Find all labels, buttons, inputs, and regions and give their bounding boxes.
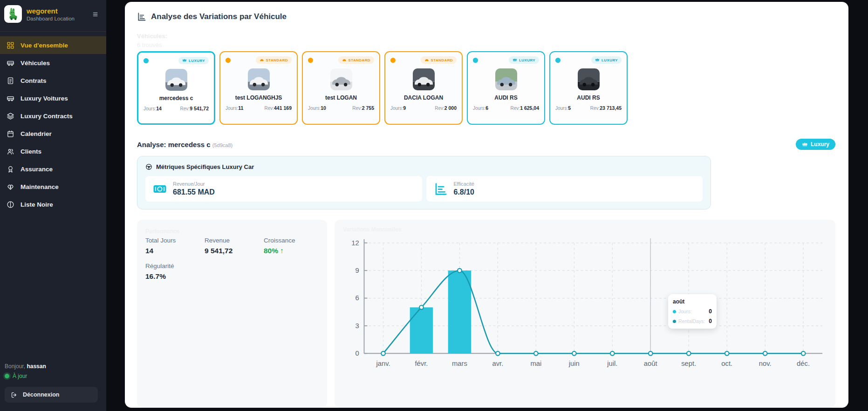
sidebar-item-v-hicules[interactable]: Véhicules xyxy=(0,54,106,72)
brand-name: wegorent xyxy=(27,7,85,15)
vehicle-card[interactable]: LUXURY AUDI RS Jours:6 Rev:1 625,04 xyxy=(467,51,545,125)
sidebar-item-label: Luxury Contracts xyxy=(21,113,73,120)
chart-point xyxy=(419,305,424,310)
chart-point xyxy=(649,351,653,356)
sidebar-footer: Bonjour, hassan À jour Déconnexion xyxy=(0,357,106,411)
sidebar: wegorent Dashboard Location ≡ Vue d'ense… xyxy=(0,0,106,411)
vehicle-photo xyxy=(165,69,187,91)
vehicle-name: DACIA LOGAN xyxy=(390,94,457,101)
award-icon xyxy=(7,165,14,173)
svg-text:9: 9 xyxy=(355,267,359,274)
vehicle-card[interactable]: STANDARD test LOGAN Jours:10 Rev:2 755 xyxy=(302,51,380,125)
sidebar-item-assurance[interactable]: Assurance xyxy=(0,160,106,178)
vehicle-card[interactable]: LUXURY mercedess c Jours:14 Rev:9 541,72 xyxy=(137,51,215,125)
performance-stat: Revenue9 541,72 xyxy=(205,237,264,255)
tier-badge: STANDARD xyxy=(256,56,292,64)
vehicle-card[interactable]: LUXURY AUDI RS Jours:5 Rev:23 713,45 xyxy=(549,51,628,125)
analysis-title: Analyse: mercedess c (5d9ca8) xyxy=(137,141,232,148)
chart-line xyxy=(383,270,804,353)
grid-icon xyxy=(7,41,14,49)
x-tick-label: déc. xyxy=(797,360,810,367)
stat-value: 9 541,72 xyxy=(205,247,264,255)
sidebar-item-label: Vue d'ensemble xyxy=(21,42,68,49)
vehicle-id: (5d9ca8) xyxy=(212,142,232,148)
svg-text:0: 0 xyxy=(355,350,359,357)
metric-value: 681.55 MAD xyxy=(173,188,215,196)
chart-point xyxy=(610,351,615,356)
status-dot-icon xyxy=(144,58,149,63)
chart-point xyxy=(458,269,462,273)
chart-point xyxy=(381,351,385,356)
performance-stat: Régularité16.7% xyxy=(145,263,205,281)
performance-panel: Performance Total Jours14Revenue9 541,72… xyxy=(137,220,327,408)
vehicle-image xyxy=(578,68,600,90)
logout-button[interactable]: Déconnexion xyxy=(5,387,98,403)
metric-card-efficiency: Efficacité 6.8/10 xyxy=(426,176,703,202)
sidebar-item-vue-d-ensemble[interactable]: Vue d'ensemble xyxy=(0,36,106,54)
chart-point xyxy=(801,351,806,356)
chart-point xyxy=(496,351,500,356)
series-dot-icon xyxy=(673,310,676,313)
chart-tooltip: août Jours: 0 RentalDays: 0 xyxy=(668,294,717,329)
stat-value: 14 xyxy=(145,247,205,255)
sidebar-item-contrats[interactable]: Contrats xyxy=(0,72,106,89)
tooltip-value: 0 xyxy=(709,308,712,315)
rabbit-car-logo-icon xyxy=(6,7,20,21)
vehicle-stats: Jours:10 Rev:2 755 xyxy=(308,105,374,111)
slash-circle-icon xyxy=(7,201,14,209)
performance-stat: Total Jours14 xyxy=(145,237,205,255)
sidebar-item-calendrier[interactable]: Calendrier xyxy=(0,125,106,142)
chart-point xyxy=(763,351,767,356)
heart-icon xyxy=(7,183,14,191)
metric-label: Revenue/Jour xyxy=(173,181,215,187)
car-icon xyxy=(342,58,347,62)
page-title: Analyse des Variations par Véhicule xyxy=(151,12,287,21)
performance-title: Performance xyxy=(145,228,319,235)
chart-bar xyxy=(448,270,471,353)
chart-bar xyxy=(410,307,433,353)
vehicle-card[interactable]: STANDARD DACIA LOGAN Jours:9 Rev:2 000 xyxy=(384,51,463,125)
vehicle-card[interactable]: STANDARD test LOGANGHJS Jours:11 Rev:441… xyxy=(219,51,298,125)
crown-icon xyxy=(595,58,600,62)
tier-badge: STANDARD xyxy=(338,56,375,64)
vehicle-stats: Jours:5 Rev:23 713,45 xyxy=(555,105,622,111)
money-icon xyxy=(153,182,167,196)
x-tick-label: janv. xyxy=(376,360,390,367)
variations-chart: 036912janv.févr.marsavr.maijuinjuil.août… xyxy=(343,235,827,371)
sidebar-item-label: Assurance xyxy=(21,166,53,173)
svg-text:12: 12 xyxy=(351,239,359,247)
svg-text:3: 3 xyxy=(355,322,359,330)
contract-icon xyxy=(7,77,14,85)
brand-subtitle: Dashboard Location xyxy=(27,16,85,21)
sidebar-item-luxury-contracts[interactable]: Luxury Contracts xyxy=(0,107,106,125)
tier-badge: LUXURY xyxy=(509,56,539,64)
sidebar-item-luxury-voitures[interactable]: Luxury Voitures xyxy=(0,89,106,107)
metric-card-revenue: Revenue/Jour 681.55 MAD xyxy=(145,176,422,202)
metric-value: 6.8/10 xyxy=(454,188,474,196)
sidebar-item-liste-noire[interactable]: Liste Noire xyxy=(0,195,106,213)
stat-label: Revenue xyxy=(205,237,264,244)
hamburger-menu-icon[interactable]: ≡ xyxy=(90,9,101,20)
svg-text:6: 6 xyxy=(355,294,359,302)
performance-stat: Croissance80% ↑ xyxy=(264,237,319,255)
status-dot-icon xyxy=(473,58,478,63)
vehicle-photo xyxy=(413,68,435,90)
tooltip-label: RentalDays: xyxy=(678,318,706,324)
sidebar-item-clients[interactable]: Clients xyxy=(0,142,106,160)
x-tick-label: juil. xyxy=(607,360,617,367)
chart-title: Variations Mensuelles xyxy=(343,226,827,233)
metric-label: Efficacité xyxy=(454,181,474,187)
sidebar-item-maintenance[interactable]: Maintenance xyxy=(0,178,106,195)
sidebar-item-label: Liste Noire xyxy=(21,201,53,208)
tier-badge: LUXURY xyxy=(178,57,209,64)
stat-label: Croissance xyxy=(264,237,319,244)
greeting-text: Bonjour, hassan xyxy=(5,363,100,370)
vehicle-stats: Jours:14 Rev:9 541,72 xyxy=(144,106,209,111)
vehicle-stats: Jours:9 Rev:2 000 xyxy=(390,105,457,111)
luxury-badge: Luxury xyxy=(796,139,835,150)
x-tick-label: sept. xyxy=(681,360,696,367)
x-tick-label: avr. xyxy=(492,360,503,367)
car-icon xyxy=(424,58,429,62)
crown-icon xyxy=(513,58,517,62)
tier-badge: STANDARD xyxy=(421,56,457,64)
